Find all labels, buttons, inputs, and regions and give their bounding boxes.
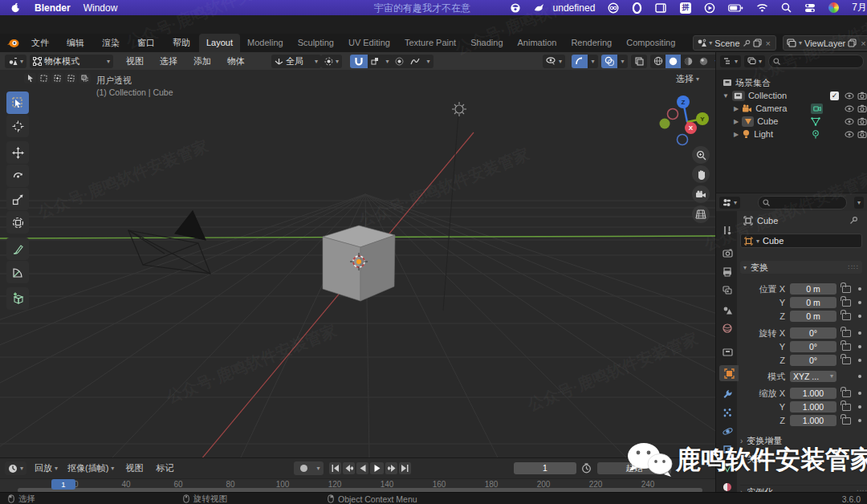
- wifi-icon[interactable]: [756, 3, 768, 12]
- select-mode-box[interactable]: [38, 73, 50, 83]
- properties-editor-type-button[interactable]: ▾: [719, 197, 740, 209]
- tool-annotate[interactable]: [6, 238, 29, 260]
- timeline-marker-menu[interactable]: 标记: [156, 462, 173, 474]
- xray-toggle[interactable]: [631, 55, 647, 68]
- show-gizmo-toggle[interactable]: [572, 55, 588, 68]
- tab-sculpting[interactable]: Sculpting: [291, 34, 341, 52]
- shading-rendered-button[interactable]: [696, 55, 711, 68]
- rotation-z-field[interactable]: 0°: [790, 355, 836, 366]
- viewport-menu-view[interactable]: 视图: [118, 55, 152, 67]
- gizmo-y-axis[interactable]: Y: [696, 112, 709, 125]
- animate-dot[interactable]: [858, 331, 861, 335]
- app-menu[interactable]: Blender: [35, 2, 71, 14]
- animate-dot[interactable]: [858, 315, 861, 318]
- tool-select-box[interactable]: [6, 91, 29, 114]
- outliner-item-cube[interactable]: ▶ Cube: [734, 115, 778, 128]
- shading-solid-button[interactable]: [666, 55, 681, 68]
- tab-output[interactable]: [718, 264, 736, 280]
- tab-texture-paint[interactable]: Texture Paint: [397, 34, 463, 52]
- snap-target-button[interactable]: [368, 55, 382, 68]
- tab-view-layer[interactable]: [718, 282, 736, 299]
- pan-view-button[interactable]: [692, 165, 710, 183]
- select-mode-tweak[interactable]: [24, 73, 36, 83]
- editor-type-button[interactable]: ▾: [5, 55, 26, 68]
- select-dropdown[interactable]: 选择▾: [676, 73, 699, 84]
- opera-status-icon[interactable]: [632, 2, 642, 14]
- browser-status-icon[interactable]: [510, 2, 521, 14]
- zoom-view-button[interactable]: [692, 146, 710, 164]
- tab-rendering[interactable]: Rendering: [564, 34, 619, 52]
- collapse-arrow-icon[interactable]: ▶: [734, 105, 739, 112]
- render-camera-icon[interactable]: [857, 104, 867, 112]
- tab-animation[interactable]: Animation: [511, 34, 564, 52]
- prev-keyframe-button[interactable]: [343, 462, 355, 474]
- menu-help[interactable]: 帮助: [164, 37, 199, 49]
- location-x-field[interactable]: 0 m: [790, 283, 836, 295]
- viewport-menu-object[interactable]: 物体: [219, 55, 253, 67]
- apple-menu[interactable]: [10, 2, 22, 14]
- playback-menu[interactable]: 回放▾: [35, 462, 58, 474]
- menu-file[interactable]: 文件: [22, 37, 58, 49]
- pin-id-icon[interactable]: [849, 216, 858, 225]
- properties-search-input[interactable]: [758, 196, 847, 209]
- tab-geometry-nodes[interactable]: Geor: [682, 34, 690, 52]
- lock-icon[interactable]: [842, 404, 851, 411]
- tab-particles[interactable]: [718, 404, 736, 421]
- animate-dot[interactable]: [858, 419, 861, 422]
- show-overlays-toggle[interactable]: [601, 55, 617, 68]
- rotation-mode-dropdown[interactable]: XYZ ...▾: [790, 371, 836, 382]
- current-frame-marker[interactable]: 1: [51, 479, 75, 490]
- select-mode-intersect[interactable]: [79, 73, 91, 83]
- tab-physics[interactable]: [718, 423, 736, 439]
- gizmo-x-axis[interactable]: X: [685, 122, 697, 134]
- chrome-sphere-icon[interactable]: [828, 2, 839, 13]
- tool-transform[interactable]: [6, 211, 29, 234]
- timeline-view-menu[interactable]: 视图: [125, 462, 143, 474]
- twitter-status-icon[interactable]: [534, 3, 545, 13]
- outliner-item-light[interactable]: ▶ Light: [734, 128, 773, 140]
- tab-uv-editing[interactable]: UV Editing: [341, 34, 397, 52]
- tab-world[interactable]: [718, 320, 736, 336]
- expand-arrow-icon[interactable]: ▼: [722, 92, 729, 100]
- select-mode-extend[interactable]: [51, 73, 63, 83]
- viewport-scene[interactable]: [0, 70, 715, 457]
- proportional-falloff-button[interactable]: [407, 55, 423, 68]
- tab-modeling[interactable]: Modeling: [240, 34, 291, 52]
- pin-icon[interactable]: [743, 39, 751, 47]
- transform-panel-header[interactable]: ▾ 变换 ∷∷: [740, 261, 862, 274]
- render-camera-icon[interactable]: [857, 130, 867, 138]
- tool-cursor[interactable]: [6, 115, 29, 137]
- light-object[interactable]: [452, 102, 466, 116]
- battery-icon[interactable]: [728, 4, 743, 12]
- lock-icon[interactable]: [842, 286, 851, 293]
- tool-rotate[interactable]: [6, 165, 29, 187]
- tab-tool[interactable]: [718, 222, 736, 238]
- outliner-search-input[interactable]: [768, 55, 864, 68]
- menu-edit[interactable]: 编辑: [58, 37, 93, 49]
- hide-eye-icon[interactable]: [845, 118, 854, 125]
- use-preview-range-icon[interactable]: [581, 463, 592, 474]
- toggle-ortho-button[interactable]: [692, 205, 710, 223]
- viewport-3d[interactable]: ▾ 物体模式 ▾ 视图 选择 添加 物体 全局 ▾ ▾: [0, 52, 715, 457]
- shading-wireframe-button[interactable]: [650, 55, 666, 68]
- tab-compositing[interactable]: Compositing: [619, 34, 682, 52]
- adobe-cc-icon[interactable]: [608, 2, 619, 14]
- tab-scene[interactable]: [718, 302, 736, 318]
- hide-eye-icon[interactable]: [845, 105, 854, 112]
- tab-layout[interactable]: Layout: [199, 34, 240, 52]
- scale-x-field[interactable]: 1.000: [790, 388, 836, 399]
- animate-dot[interactable]: [858, 392, 861, 395]
- remove-viewlayer-button[interactable]: ×: [859, 39, 867, 48]
- camera-view-button[interactable]: [692, 185, 710, 203]
- tab-object[interactable]: [719, 365, 739, 381]
- breadcrumb-object-name[interactable]: Cube: [757, 216, 778, 226]
- properties-filter-dropdown[interactable]: ▾: [854, 197, 864, 209]
- panel-grip-icon[interactable]: ∷∷: [849, 263, 859, 271]
- scene-selector[interactable]: ▾ Scene ×: [693, 35, 776, 51]
- display-icon[interactable]: [655, 3, 667, 13]
- select-mode-subtract[interactable]: [65, 73, 77, 83]
- search-icon[interactable]: [781, 2, 792, 13]
- lock-icon[interactable]: [842, 313, 851, 320]
- shading-material-button[interactable]: [681, 55, 696, 68]
- render-camera-icon[interactable]: [857, 91, 867, 100]
